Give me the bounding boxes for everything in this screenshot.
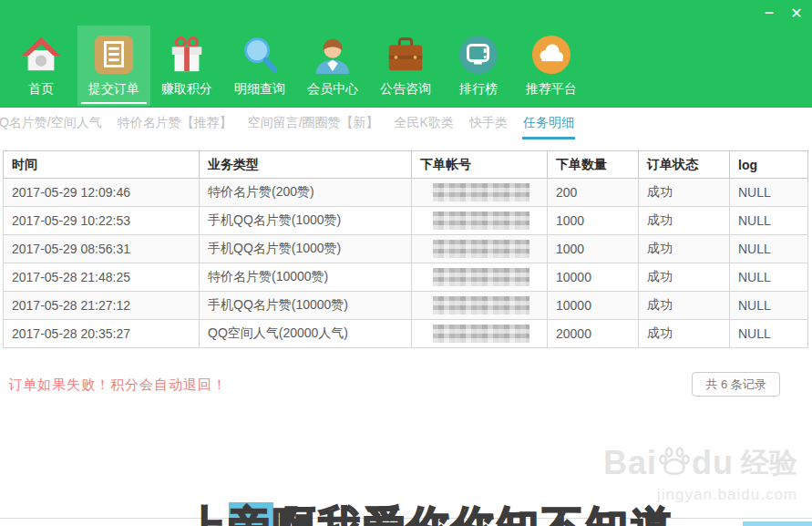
col-header-status: 订单状态 (639, 151, 730, 179)
cell-log: NULL (730, 320, 808, 348)
col-header-type: 业务类型 (200, 151, 412, 179)
masked-account (433, 268, 529, 286)
tab-k-song[interactable]: 全民K歌类 (395, 115, 454, 131)
nav-label: 排行榜 (459, 81, 498, 98)
nav-label: 明细查询 (234, 81, 285, 98)
cell-type: 手机QQ名片赞(1000赞) (200, 235, 412, 263)
cell-account (412, 207, 548, 235)
nav-label: 提交订单 (88, 81, 139, 98)
overlay-text-highlight: 帝 (229, 502, 273, 526)
masked-account (433, 183, 529, 201)
cell-quantity: 10000 (548, 292, 639, 320)
order-table: 时间 业务类型 下单帐号 下单数量 订单状态 log 2017-05-29 12… (3, 150, 808, 348)
cell-time: 2017-05-29 10:22:53 (4, 207, 200, 235)
nav-label: 赚取积分 (161, 81, 212, 98)
nav-label: 推荐平台 (526, 81, 577, 98)
member-icon (311, 31, 355, 78)
refund-notice: 订单如果失败！积分会自动退回！ (8, 376, 227, 394)
cell-account (412, 292, 548, 320)
cell-status: 成功 (639, 179, 730, 207)
table-header-row: 时间 业务类型 下单帐号 下单数量 订单状态 log (4, 151, 808, 179)
cell-log: NULL (730, 235, 808, 263)
gift-icon (165, 31, 209, 78)
col-header-account: 下单帐号 (412, 151, 548, 179)
cell-account (412, 179, 548, 207)
cell-type: QQ空间人气(20000人气) (200, 320, 412, 348)
nav-item-announcements[interactable]: 公告咨询 (369, 26, 442, 106)
app-window: − ✕ 首页 (0, 0, 812, 526)
nav-item-detail-query[interactable]: 明细查询 (223, 26, 296, 106)
cell-status: 成功 (639, 207, 730, 235)
cell-quantity: 1000 (548, 207, 639, 235)
table-row: 2017-05-28 21:48:25 特价名片赞(10000赞) 10000 … (4, 263, 808, 292)
cell-quantity: 200 (548, 179, 639, 207)
masked-account (433, 211, 529, 230)
cloud-icon (529, 31, 573, 78)
col-header-time: 时间 (4, 151, 200, 179)
nav-item-earn-points[interactable]: 赚取积分 (150, 26, 223, 106)
close-icon[interactable]: ✕ (783, 2, 810, 24)
cell-account (412, 235, 548, 263)
masked-account (433, 240, 529, 258)
baidu-paw-icon (659, 446, 690, 480)
watermark-brand-pre: Bai (603, 444, 657, 482)
nav-item-home[interactable]: 首页 (5, 26, 77, 106)
cell-status: 成功 (639, 235, 730, 263)
order-icon (92, 31, 136, 78)
nav-label: 首页 (28, 81, 54, 98)
cell-type: 手机QQ名片赞(10000赞) (200, 292, 412, 320)
tab-task-details[interactable]: 任务明细 (523, 115, 574, 131)
overlay-text-post: 啊我爱你你知不知道 (273, 502, 675, 526)
nav-item-ranking[interactable]: 排行榜 (442, 26, 515, 106)
cell-log: NULL (730, 179, 808, 207)
header: − ✕ 首页 (0, 0, 812, 108)
masked-account (433, 325, 529, 343)
tab-space-messages[interactable]: 空间留言/圈圈赞【新】 (248, 115, 379, 131)
home-icon (19, 31, 63, 78)
progress-bar (743, 521, 812, 526)
nav-item-recommend-platform[interactable]: 推荐平台 (515, 26, 588, 106)
record-count-button[interactable]: 共 6 条记录 (692, 372, 780, 397)
ranking-icon (457, 31, 500, 78)
col-header-quantity: 下单数量 (548, 151, 639, 179)
cell-status: 成功 (639, 263, 730, 292)
cell-type: 特价名片赞(200赞) (200, 179, 412, 207)
main-nav: 首页 提交订单 (5, 26, 588, 108)
cell-status: 成功 (639, 292, 730, 320)
cell-log: NULL (730, 207, 808, 235)
table-row: 2017-05-29 10:22:53 手机QQ名片赞(1000赞) 1000 … (4, 207, 808, 235)
table-row: 2017-05-28 21:27:12 手机QQ名片赞(10000赞) 1000… (4, 292, 808, 320)
cell-quantity: 10000 (548, 263, 639, 292)
nav-item-submit-order[interactable]: 提交订单 (77, 26, 150, 106)
cell-time: 2017-05-28 20:35:27 (4, 320, 200, 348)
nav-item-member-center[interactable]: 会员中心 (296, 26, 369, 106)
cell-type: 特价名片赞(10000赞) (200, 263, 412, 292)
cell-time: 2017-05-28 21:48:25 (4, 263, 200, 292)
titlebar[interactable]: − ✕ (0, 0, 812, 24)
cell-quantity: 20000 (548, 320, 639, 348)
watermark-brand-post: du (692, 444, 734, 482)
cell-quantity: 1000 (548, 235, 639, 263)
cell-log: NULL (730, 292, 808, 320)
watermark-suffix: 经验 (741, 444, 797, 482)
col-header-log: log (730, 151, 808, 179)
tab-qq-card-likes[interactable]: QQ名片赞/空间人气 (0, 115, 102, 131)
overlay-text-pre: 上 (184, 502, 229, 526)
cell-type: 手机QQ名片赞(1000赞) (200, 207, 412, 235)
tab-kuaishou[interactable]: 快手类 (469, 115, 508, 131)
window-controls: − ✕ (755, 2, 810, 24)
minimize-icon[interactable]: − (755, 2, 783, 24)
tab-special-card-likes[interactable]: 特价名片赞【推荐】 (118, 115, 232, 131)
masked-account (433, 296, 529, 315)
cell-time: 2017-05-28 21:27:12 (4, 292, 200, 320)
table-row: 2017-05-29 08:56:31 手机QQ名片赞(1000赞) 1000 … (4, 235, 808, 263)
bottom-overlay-text: 上帝啊我爱你你知不知道 (184, 499, 675, 526)
cell-account (412, 320, 548, 348)
table-row: 2017-05-29 12:09:46 特价名片赞(200赞) 200 成功 N… (4, 179, 808, 207)
cell-account (412, 263, 548, 292)
cell-time: 2017-05-29 08:56:31 (4, 235, 200, 263)
search-icon (238, 31, 282, 78)
cell-time: 2017-05-29 12:09:46 (4, 179, 200, 207)
cell-log: NULL (730, 263, 808, 292)
table-row: 2017-05-28 20:35:27 QQ空间人气(20000人气) 2000… (4, 320, 808, 348)
